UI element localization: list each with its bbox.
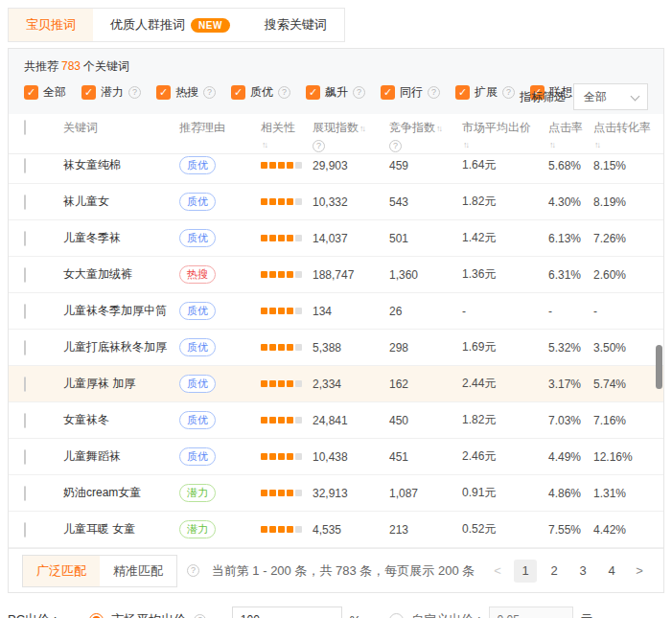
row-checkbox[interactable] xyxy=(24,304,26,319)
column-header[interactable]: 展现指数↑↓ ? xyxy=(313,121,389,152)
reason-badge: 潜力 xyxy=(179,520,216,538)
column-header[interactable]: 竞争指数↑↓ ? xyxy=(389,121,462,152)
prev-page-button[interactable]: < xyxy=(487,560,508,583)
column-header[interactable]: 点击转化率 ↑↓ xyxy=(593,121,663,152)
table-row: 儿童舞蹈袜 质优 10,438 451 2.46元 4.49% 12.16% xyxy=(9,439,663,475)
tab-0[interactable]: 宝贝推词 xyxy=(9,9,93,41)
keyword-cell[interactable]: 女大童加绒裤 xyxy=(63,266,179,283)
keyword-cell[interactable]: 儿童袜冬季加厚中筒 xyxy=(63,303,179,319)
checkbox-checked-icon[interactable]: ✓ xyxy=(306,85,320,100)
competition-index-cell: 1,087 xyxy=(389,487,462,500)
column-header[interactable]: 点击率 ↑↓ xyxy=(548,121,593,152)
help-icon[interactable]: ? xyxy=(313,140,325,152)
keyword-cell[interactable]: 儿童厚袜 加厚 xyxy=(63,376,179,392)
filter-checkbox-item[interactable]: ✓ 同行 ? xyxy=(381,84,440,101)
row-checkbox[interactable] xyxy=(24,377,26,392)
metric-filter-label: 指标筛选 xyxy=(520,89,566,105)
relevance-square xyxy=(295,162,302,169)
help-icon[interactable]: ? xyxy=(428,86,440,99)
sort-icon[interactable]: ↑↓ xyxy=(436,124,441,133)
tab-1[interactable]: 优质人群推词 NEW xyxy=(93,9,247,41)
keyword-cell[interactable]: 女童袜冬 xyxy=(63,412,179,428)
page-button-4[interactable]: 4 xyxy=(600,560,623,583)
help-icon[interactable]: ? xyxy=(128,86,141,99)
column-header[interactable]: 推荐理由 xyxy=(179,121,261,135)
exact-match-button[interactable]: 精准匹配 xyxy=(100,556,176,586)
relevance-square xyxy=(278,380,285,387)
checkbox-checked-icon[interactable]: ✓ xyxy=(381,85,395,100)
keyword-cell[interactable]: 奶油cream女童 xyxy=(63,485,179,501)
relevance-square xyxy=(287,453,293,460)
help-icon[interactable]: ? xyxy=(353,86,365,99)
relevance-square xyxy=(295,308,302,314)
market-bid-radio[interactable] xyxy=(89,613,104,618)
filter-checkbox-item[interactable]: ✓ 全部 xyxy=(24,84,66,101)
sort-icon[interactable]: ↑↓ xyxy=(463,140,468,149)
keyword-cell[interactable]: 儿童耳暖 女童 xyxy=(63,521,179,538)
checkbox-checked-icon[interactable]: ✓ xyxy=(231,85,245,100)
keyword-cell[interactable]: 袜女童纯棉 xyxy=(63,157,179,173)
row-checkbox[interactable] xyxy=(24,195,26,210)
filter-checkbox-item[interactable]: ✓ 质优 ? xyxy=(231,84,290,101)
page-button-2[interactable]: 2 xyxy=(543,560,566,583)
competition-index-cell: 26 xyxy=(389,305,462,318)
match-help-icon[interactable]: ? xyxy=(187,564,199,577)
sort-icon[interactable]: ↑↓ xyxy=(262,140,266,149)
help-icon[interactable]: ? xyxy=(203,86,216,99)
relevance-square xyxy=(295,490,302,496)
row-checkbox[interactable] xyxy=(24,158,26,173)
relevance-bar xyxy=(261,198,313,205)
scrollbar-thumb[interactable] xyxy=(656,345,662,389)
help-icon[interactable]: ? xyxy=(502,86,515,99)
checkbox-checked-icon[interactable]: ✓ xyxy=(24,85,38,100)
row-checkbox[interactable] xyxy=(24,486,26,501)
keyword-cell[interactable]: 袜儿童女 xyxy=(63,194,179,210)
page-button-3[interactable]: 3 xyxy=(571,560,594,583)
filter-checkbox-item[interactable]: ✓ 飙升 ? xyxy=(306,84,365,101)
next-page-button[interactable]: > xyxy=(629,560,650,583)
row-checkbox[interactable] xyxy=(24,413,26,428)
table-row: 女大童加绒裤 热搜 188,747 1,360 1.36元 6.31% 2.60… xyxy=(9,257,663,293)
market-bid-percent-input[interactable] xyxy=(232,607,342,618)
filter-checkbox-item[interactable]: ✓ 扩展 ? xyxy=(455,84,515,101)
row-checkbox[interactable] xyxy=(24,449,26,465)
row-checkbox[interactable] xyxy=(24,267,26,283)
tab-2[interactable]: 搜索关键词 xyxy=(247,9,344,41)
checkbox-checked-icon[interactable]: ✓ xyxy=(81,85,96,100)
row-checkbox[interactable] xyxy=(24,522,26,538)
relevance-square xyxy=(287,380,293,387)
bid-help-icon[interactable]: ? xyxy=(194,614,206,618)
filter-checkbox-item[interactable]: ✓ 热搜 ? xyxy=(156,84,216,101)
keyword-cell[interactable]: 儿童冬季袜 xyxy=(63,230,179,246)
checkbox-checked-icon[interactable]: ✓ xyxy=(455,85,470,100)
row-checkbox[interactable] xyxy=(24,340,26,355)
relevance-square xyxy=(287,344,293,351)
sort-icon[interactable]: ↑↓ xyxy=(549,140,554,149)
cvr-cell: 5.74% xyxy=(593,378,663,391)
broad-match-button[interactable]: 广泛匹配 xyxy=(23,556,100,586)
relevance-square xyxy=(278,526,285,533)
column-header[interactable]: 关键词 xyxy=(63,121,179,135)
column-header[interactable]: 相关性 ↑↓ xyxy=(261,121,313,152)
keyword-cell[interactable]: 儿童舞蹈袜 xyxy=(63,448,179,465)
metric-filter-select[interactable]: 全部 xyxy=(573,83,648,110)
relevance-square xyxy=(287,526,293,533)
custom-bid-input[interactable] xyxy=(489,607,573,618)
select-all-checkbox[interactable] xyxy=(24,120,26,135)
market-bid-cell: 2.46元 xyxy=(462,448,548,465)
summary-prefix: 共推荐 xyxy=(24,59,58,73)
checkbox-checked-icon[interactable]: ✓ xyxy=(156,85,171,100)
page-button-1[interactable]: 1 xyxy=(514,560,537,583)
keyword-cell[interactable]: 儿童打底袜秋冬加厚 xyxy=(63,339,179,355)
sort-icon[interactable]: ↑↓ xyxy=(594,140,599,149)
column-header[interactable]: 市场平均出价 ↑↓ xyxy=(462,121,548,152)
custom-bid-radio[interactable] xyxy=(389,613,404,618)
sort-icon[interactable]: ↑↓ xyxy=(359,124,364,133)
table-row: 奶油cream女童 潜力 32,913 1,087 0.91元 4.86% 1.… xyxy=(9,475,663,512)
relevance-square xyxy=(261,380,267,387)
help-icon[interactable]: ? xyxy=(278,86,290,99)
filter-checkbox-item[interactable]: ✓ 潜力 ? xyxy=(81,84,141,101)
row-checkbox[interactable] xyxy=(24,231,26,246)
help-icon[interactable]: ? xyxy=(389,140,402,152)
relevance-square xyxy=(287,198,293,205)
